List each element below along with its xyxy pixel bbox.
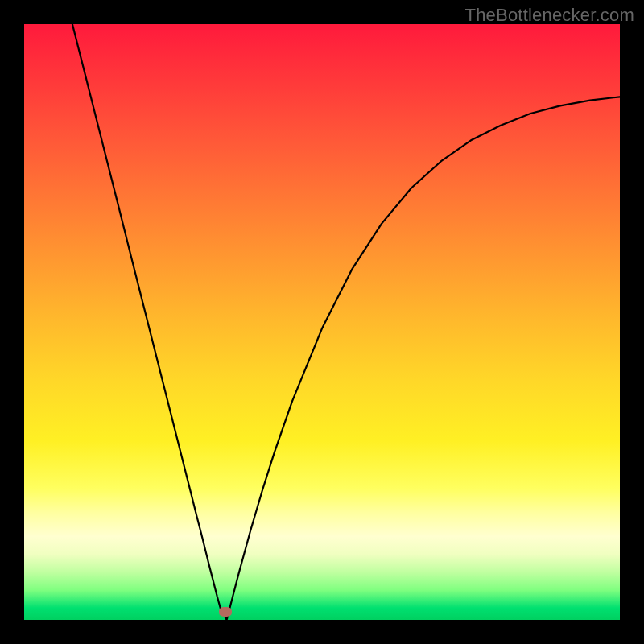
chart-frame: TheBottlenecker.com bbox=[0, 0, 644, 644]
plot-area bbox=[24, 24, 620, 620]
optimum-marker bbox=[219, 607, 232, 617]
watermark-text: TheBottlenecker.com bbox=[465, 5, 634, 26]
curve-layer bbox=[24, 24, 620, 620]
bottleneck-curve bbox=[72, 24, 620, 620]
